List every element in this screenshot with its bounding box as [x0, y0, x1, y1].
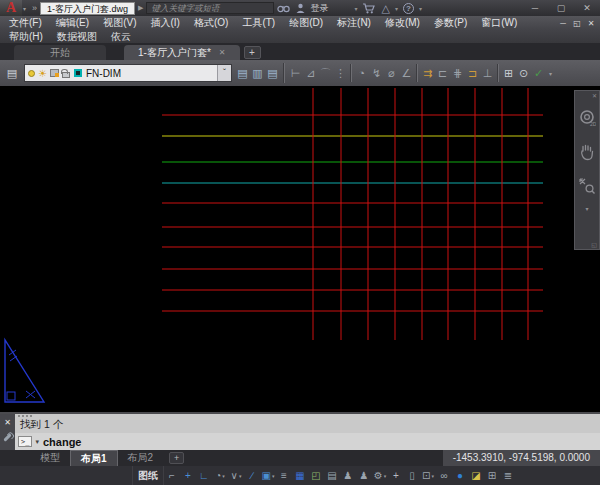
dim-baseline-button[interactable]: ⊏ — [435, 63, 450, 83]
layer-dropdown-chevron-icon[interactable] — [217, 65, 231, 81]
dim-break-button[interactable]: ⊥ — [480, 63, 495, 83]
grid-display-toggle[interactable]: ∟ — [196, 466, 212, 485]
layer-isolate-button[interactable]: ▤ — [265, 63, 280, 83]
menu-item-2[interactable]: 视图(V) — [96, 16, 143, 30]
menu-item-3[interactable]: 插入(I) — [143, 16, 186, 30]
layer-on-bulb-icon[interactable] — [28, 70, 35, 77]
title-play-icon[interactable]: ▶ — [138, 4, 143, 12]
dim-quick-button[interactable]: ⇉ — [420, 63, 435, 83]
restore-button[interactable]: ▢ — [548, 3, 574, 13]
transparency-toggle[interactable]: ▦ — [292, 466, 308, 485]
quick-access-overflow-button[interactable]: » — [32, 3, 36, 13]
recent-commands-chevron-icon[interactable]: ▾ — [35, 438, 39, 446]
object-linking-toggle[interactable]: ∞ — [436, 466, 452, 485]
layer-properties-button[interactable]: ▤ — [3, 64, 21, 82]
autoscale-toggle[interactable]: ♟ — [356, 466, 372, 485]
close-button[interactable]: ✕ — [574, 3, 600, 13]
isolate-objects-toggle[interactable]: ▯ — [404, 466, 420, 485]
annotation-scale-chevron-icon[interactable]: ▾ — [384, 473, 387, 479]
a360-triangle-icon[interactable]: △ — [381, 2, 389, 15]
hardware-accel-toggle[interactable]: ● — [452, 466, 468, 485]
dim-angular-button[interactable]: ∠ — [399, 63, 414, 83]
dim-ordinate-button[interactable]: ⋮ — [333, 63, 348, 83]
command-customize-wrench-icon[interactable] — [3, 433, 11, 441]
navbar-chevron-down-icon[interactable]: ▾ — [585, 205, 588, 212]
polar-tracking-chevron-icon[interactable]: ▾ — [222, 473, 225, 479]
doc-restore-button[interactable]: ◱ — [570, 19, 584, 28]
osnap-tracking-toggle[interactable]: ∕ — [244, 466, 260, 485]
a360-chevron-down-icon[interactable]: ▾ — [395, 5, 398, 12]
menu-item-6[interactable]: 绘图(D) — [282, 16, 330, 30]
doc-minimize-button[interactable]: ─ — [556, 19, 570, 28]
tab-active-document[interactable]: 1-客厅入户门套* ✕ — [124, 45, 240, 60]
infer-constraints-toggle[interactable]: ⌐ — [164, 466, 180, 485]
dim-linear-button[interactable]: ⊢ — [288, 63, 303, 83]
quick-properties-toggle[interactable]: + — [388, 466, 404, 485]
tab-layout1[interactable]: 布局1 — [70, 450, 118, 466]
layer-dropdown[interactable]: ☀ FN-DIM — [24, 64, 232, 82]
menu2-item-1[interactable]: 数据视图 — [50, 30, 104, 44]
zoom-extents-icon[interactable] — [577, 173, 597, 199]
command-input-text[interactable]: change — [43, 436, 82, 448]
3d-osnap-toggle[interactable]: ▤ — [324, 466, 340, 485]
search-input[interactable]: 键入关键字或短语 — [146, 2, 274, 14]
selection-cycling-toggle[interactable]: ◰ — [308, 466, 324, 485]
dim-style-button[interactable]: ⊞ — [501, 63, 516, 83]
isodraft-chevron-icon[interactable]: ▾ — [239, 473, 242, 479]
doc-close-button[interactable]: ✕ — [584, 19, 598, 28]
layer-properties-button[interactable]: ▤ — [5, 63, 20, 83]
object-snap-chevron-icon[interactable]: ▾ — [272, 473, 275, 479]
dim-jogged-button[interactable]: ↯ — [369, 63, 384, 83]
app-logo-icon[interactable]: A — [0, 0, 22, 16]
tab-start[interactable]: 开始 — [14, 45, 106, 60]
snap-mode-toggle[interactable]: + — [180, 466, 196, 485]
polar-tracking-toggle[interactable]: ◔▾ — [212, 466, 228, 485]
layer-states-button[interactable]: ▥ — [250, 63, 265, 83]
customization-menu-toggle[interactable]: ≣ — [500, 466, 516, 485]
graphics-config-chevron-icon[interactable]: ▾ — [431, 473, 434, 479]
dim-toolbar-chevron-icon[interactable]: ▾ — [549, 70, 552, 77]
fullscreen-toggle[interactable]: ⊞ — [484, 466, 500, 485]
help-chevron-down-icon[interactable]: ▾ — [419, 5, 422, 12]
dim-aligned-button[interactable]: ⊿ — [303, 63, 318, 83]
search-binoculars-icon[interactable] — [277, 3, 290, 13]
paper-space-button[interactable]: 图纸 — [132, 466, 164, 485]
menu-item-5[interactable]: 工具(T) — [235, 16, 282, 30]
tab-layout2[interactable]: 布局2 — [118, 450, 164, 466]
login-chevron-down-icon[interactable]: ▾ — [354, 5, 357, 12]
layer-plot-icon[interactable] — [50, 69, 59, 77]
tab-close-icon[interactable]: ✕ — [219, 48, 226, 57]
annotation-visibility-toggle[interactable]: ♟ — [340, 466, 356, 485]
dim-arc-length-button[interactable]: ⌒ — [318, 63, 333, 83]
navbar-options-icon[interactable]: ◱ — [591, 241, 597, 248]
isodraft-toggle[interactable]: ∨▾ — [228, 466, 244, 485]
new-layout-button[interactable]: + — [169, 452, 184, 464]
menu-item-8[interactable]: 修改(M) — [378, 16, 427, 30]
menu-item-1[interactable]: 编辑(E) — [49, 16, 96, 30]
user-icon[interactable] — [296, 3, 305, 13]
dim-diameter-button[interactable]: ⌀ — [384, 63, 399, 83]
command-close-icon[interactable]: ✕ — [4, 418, 11, 428]
minimize-button[interactable]: ─ — [522, 3, 548, 13]
menu-item-9[interactable]: 参数(P) — [427, 16, 474, 30]
menu-item-4[interactable]: 格式(O) — [187, 16, 235, 30]
annotation-scale-toggle[interactable]: ⚙▾ — [372, 466, 388, 485]
menu2-item-0[interactable]: 帮助(H) — [2, 30, 50, 44]
menu-item-10[interactable]: 窗口(W) — [474, 16, 524, 30]
dim-space-button[interactable]: ⊐ — [465, 63, 480, 83]
lineweight-toggle[interactable]: ≡ — [276, 466, 292, 485]
menu-item-7[interactable]: 标注(N) — [330, 16, 378, 30]
login-button[interactable]: 登录 — [310, 2, 328, 15]
navbar-close-icon[interactable]: ✕ — [592, 92, 597, 99]
dim-continue-button[interactable]: ⋕ — [450, 63, 465, 83]
new-tab-button[interactable]: + — [244, 46, 261, 59]
layer-previous-button[interactable]: ▤ — [235, 63, 250, 83]
menu-item-0[interactable]: 文件(F) — [2, 16, 49, 30]
clean-screen-toggle[interactable]: ◪ — [468, 466, 484, 485]
menu2-item-2[interactable]: 依云 — [104, 30, 138, 44]
steering-wheel-icon[interactable]: 2D — [577, 105, 597, 131]
pan-hand-icon[interactable] — [577, 139, 597, 165]
cart-icon[interactable] — [362, 3, 375, 14]
dim-radius-button[interactable]: ◔ — [354, 63, 369, 83]
logo-chevron-down-icon[interactable]: ▾ — [23, 5, 26, 12]
